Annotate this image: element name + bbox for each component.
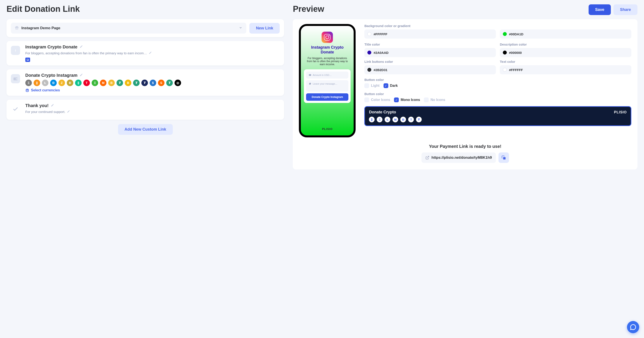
thanks-desc: For your continued support. xyxy=(25,110,65,114)
banner-crypto-icon: Ł xyxy=(384,117,390,122)
swatch-value: #2A0AAD xyxy=(374,51,388,54)
wallet-title: Donate Crypto Instagram xyxy=(25,73,78,78)
crypto-icon: Z xyxy=(58,80,65,86)
amount-input[interactable]: Amount in USD… xyxy=(306,71,348,78)
icon-color-option[interactable]: Color Icons xyxy=(364,97,390,102)
select-currencies-label: Select currencies xyxy=(31,88,60,92)
bg-color-label: Background color or gradient xyxy=(364,24,631,28)
banner-crypto-icon: Đ xyxy=(400,117,406,122)
swatch-dot xyxy=(503,68,507,72)
crypto-icon: ◎ xyxy=(174,80,181,86)
preview-page-desc: For bloggers, accepting donations from f… xyxy=(304,57,350,66)
checkbox-icon: ✓ xyxy=(394,97,399,102)
swatch-value: #00DA1D xyxy=(509,32,523,36)
donate-banner[interactable]: Donate Crypto PLISIO ₿ΞŁMĐT₮ xyxy=(364,106,631,126)
crypto-icon: M xyxy=(100,80,106,86)
banner-icons: ₿ΞŁMĐT₮ xyxy=(369,117,627,122)
thanks-card: Thank you! For your continued support. xyxy=(6,100,284,120)
title-color[interactable]: #2A0AAD xyxy=(364,48,496,57)
save-button[interactable]: Save xyxy=(588,4,611,15)
option-label: Mono Icons xyxy=(400,98,420,102)
info-desc: For bloggers, accepting donations from f… xyxy=(25,51,147,55)
add-custom-link-button[interactable]: Add New Custom Link xyxy=(118,124,173,135)
crypto-icon: Đ xyxy=(50,80,57,86)
ready-title: Your Payment Link is ready to use! xyxy=(299,144,631,149)
button-theme-label: Button color xyxy=(364,78,631,81)
option-label: No Icons xyxy=(430,98,445,102)
theme-light-option[interactable]: Light xyxy=(364,83,380,88)
payment-url-box[interactable]: https://plisio.net/donate/tyM8K1h9 xyxy=(422,152,496,163)
svg-rect-8 xyxy=(503,157,506,160)
edit-title-icon[interactable] xyxy=(80,45,83,49)
svg-rect-7 xyxy=(309,74,311,76)
crypto-icon: B xyxy=(125,80,131,86)
preview-title: Preview xyxy=(293,4,324,14)
crypto-icon: ₮ xyxy=(116,80,123,86)
edit-desc-icon[interactable] xyxy=(149,51,152,55)
checkbox-icon: ✓ xyxy=(384,83,388,88)
copy-url-button[interactable] xyxy=(498,152,509,163)
swatch-value: #FFFFFF xyxy=(374,32,387,36)
payment-url: https://plisio.net/donate/tyM8K1h9 xyxy=(432,155,492,160)
theme-dark-option[interactable]: ✓Dark xyxy=(384,83,398,88)
image-icon[interactable] xyxy=(25,57,30,62)
svg-rect-2 xyxy=(15,49,16,50)
page-dropdown-label: Instagram Demo Page xyxy=(22,26,236,30)
new-link-button[interactable]: New Link xyxy=(249,23,280,33)
amount-placeholder: Amount in USD… xyxy=(312,74,332,76)
crypto-icon: Ξ xyxy=(92,80,98,86)
crypto-icon: Ð xyxy=(67,80,73,86)
crypto-icon: T xyxy=(83,80,90,86)
crypto-icon: ₿ xyxy=(34,80,40,86)
desc-color[interactable]: #000000 xyxy=(500,48,631,57)
text-color[interactable]: #FFFFFF xyxy=(500,65,631,74)
crypto-icon: S xyxy=(158,80,164,86)
banner-crypto-icon: ₮ xyxy=(416,117,422,122)
swatch-dot xyxy=(368,32,371,36)
bg-color-1[interactable]: #FFFFFF xyxy=(364,29,496,39)
page-title: Edit Donation Link xyxy=(6,4,284,14)
icon-none-option[interactable]: No Icons xyxy=(424,97,445,102)
crypto-icon: B xyxy=(108,80,115,86)
option-label: Color Icons xyxy=(371,98,390,102)
preview-page-title: Instagram Crypto Donate xyxy=(304,45,350,54)
text-color-label: Text color xyxy=(500,60,631,63)
crypto-icon-row: Ξ₿ŁĐZÐ₿TΞMB₮B₮₮$S₮◎ xyxy=(25,80,280,86)
linkbtn-color[interactable]: #2B2D31 xyxy=(364,65,496,74)
info-step-icon xyxy=(11,46,20,55)
swatch-dot xyxy=(368,68,371,72)
page-selector-card: Instagram Demo Page New Link xyxy=(6,19,284,37)
edit-thanks-desc-icon[interactable] xyxy=(67,110,70,114)
info-card: Instagram Crypto Donate For bloggers, ac… xyxy=(6,41,284,65)
checkbox-icon xyxy=(364,83,369,88)
crypto-icon: Ł xyxy=(42,80,48,86)
banner-crypto-icon: Ξ xyxy=(377,117,382,122)
desc-color-label: Description color xyxy=(500,42,631,46)
checkbox-icon xyxy=(364,97,369,102)
title-color-label: Title color xyxy=(364,42,496,46)
linkbtn-color-label: Link buttons color xyxy=(364,60,496,63)
crypto-icon: $ xyxy=(150,80,156,86)
banner-crypto-icon: T xyxy=(408,117,414,122)
wallet-step-icon xyxy=(11,74,20,83)
option-label: Light xyxy=(371,84,380,88)
chevron-down-icon xyxy=(239,26,242,30)
icon-mono-option[interactable]: ✓Mono Icons xyxy=(394,97,420,102)
crypto-icon: ₮ xyxy=(133,80,140,86)
edit-thanks-title-icon[interactable] xyxy=(51,104,54,108)
message-input[interactable]: Leave your message… xyxy=(306,80,348,92)
icon-mode-label: Button color xyxy=(364,92,631,96)
page-dropdown[interactable]: Instagram Demo Page xyxy=(11,23,246,33)
wallet-card: Donate Crypto Instagram Ξ₿ŁĐZÐ₿TΞMB₮B₮₮$… xyxy=(6,69,284,96)
edit-wallet-title-icon[interactable] xyxy=(80,73,83,77)
banner-crypto-icon: M xyxy=(392,117,398,122)
donate-button[interactable]: Donate Crypto Instagram xyxy=(306,93,348,101)
bg-color-2[interactable]: #00DA1D xyxy=(500,29,631,39)
done-step-icon xyxy=(11,104,20,114)
share-button[interactable]: Share xyxy=(614,4,638,15)
card-icon xyxy=(309,74,311,76)
info-title: Instagram Crypto Donate xyxy=(25,44,78,49)
banner-logo: PLISIO xyxy=(614,110,627,114)
message-icon xyxy=(309,82,311,85)
select-currencies-button[interactable]: Select currencies xyxy=(25,88,280,92)
